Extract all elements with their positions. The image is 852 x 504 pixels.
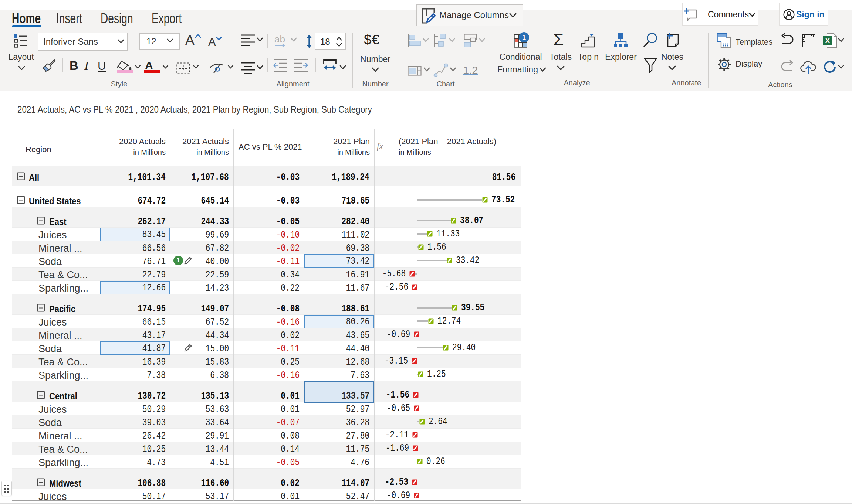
svg-text:X: X <box>825 37 830 45</box>
